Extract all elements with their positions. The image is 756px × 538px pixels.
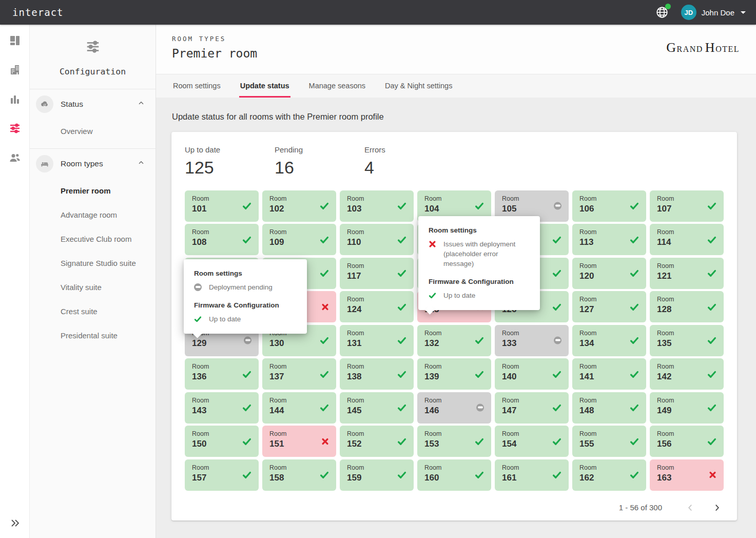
page-title: Premier room xyxy=(172,47,740,60)
bar-chart-icon xyxy=(9,93,21,105)
sidebar-item-overview[interactable]: Overview xyxy=(30,119,156,143)
room-tile-109[interactable]: Room 109 xyxy=(262,224,336,255)
check-icon xyxy=(320,268,329,278)
rail-configuration-button[interactable] xyxy=(6,120,24,137)
room-tile-161[interactable]: Room 161 xyxy=(495,459,569,491)
room-tile-149[interactable]: Room 149 xyxy=(650,392,724,424)
room-tile-102[interactable]: Room 102 xyxy=(262,190,336,222)
status-section-toggle[interactable]: Status xyxy=(30,89,156,119)
room-tile-159[interactable]: Room 159 xyxy=(340,459,414,491)
room-tile-147[interactable]: Room 147 xyxy=(495,392,569,424)
sidebar-item-presidental-suite[interactable]: Presidental suite xyxy=(30,323,156,348)
sidebar-item-vitality-suite[interactable]: Vitality suite xyxy=(30,275,156,299)
room-tile-145[interactable]: Room 145 xyxy=(340,392,414,424)
room-tile-110[interactable]: Room 110 xyxy=(340,224,414,255)
room-tile-134[interactable]: Room 134 xyxy=(572,325,646,356)
chevron-down-icon xyxy=(741,11,746,14)
language-globe-button[interactable] xyxy=(654,5,670,20)
room-tile-140[interactable]: Room 140 xyxy=(495,358,569,390)
check-icon xyxy=(630,302,639,312)
rail-dashboard-button[interactable] xyxy=(6,32,24,49)
room-tile-148[interactable]: Room 148 xyxy=(572,392,646,424)
room-tile-114[interactable]: Room 114 xyxy=(650,224,724,255)
room-tile-128[interactable]: Room 128 xyxy=(650,291,724,322)
check-icon xyxy=(552,470,561,479)
room-tile-132[interactable]: Room 132 xyxy=(417,325,491,356)
room-tile-139[interactable]: Room 139 xyxy=(417,358,491,390)
room-tile-143[interactable]: Room 143 xyxy=(185,392,259,424)
check-icon xyxy=(397,370,406,379)
room-tile-135[interactable]: Room 135 xyxy=(650,325,724,356)
bed-icon xyxy=(36,155,53,172)
stat-up-to-date: Up to date 125 xyxy=(185,145,275,178)
room-tile-163[interactable]: Room 163 xyxy=(650,459,724,491)
rail-property-button[interactable] xyxy=(6,61,24,79)
room-tile-157[interactable]: Room 157 xyxy=(185,459,259,491)
room-tile-146[interactable]: Room 146 xyxy=(417,392,491,424)
room-tile-155[interactable]: Room 155 xyxy=(572,426,646,457)
sidebar-item-advantage-room[interactable]: Advantage room xyxy=(30,203,156,227)
check-icon xyxy=(397,336,406,345)
rail-users-button[interactable] xyxy=(6,149,24,166)
room-tile-160[interactable]: Room 160 xyxy=(417,459,491,491)
room-tile-152[interactable]: Room 152 xyxy=(340,426,414,457)
sidebar-item-crest-suite[interactable]: Crest suite xyxy=(30,299,156,323)
sidebar-item-premier-room[interactable]: Premier room xyxy=(30,179,156,203)
room-tile-136[interactable]: Room 136 xyxy=(185,358,259,390)
room-tile-142[interactable]: Room 142 xyxy=(650,358,724,390)
tab-day-night-settings[interactable]: Day & Night settings xyxy=(384,74,453,98)
building-icon xyxy=(9,64,21,76)
error-x-icon xyxy=(709,471,716,479)
room-tile-138[interactable]: Room 138 xyxy=(340,358,414,390)
room-tile-141[interactable]: Room 141 xyxy=(572,358,646,390)
icon-rail xyxy=(0,25,30,538)
sidebar-item-signature-studio-suite[interactable]: Signature Studio suite xyxy=(30,251,156,275)
room-tile-150[interactable]: Room 150 xyxy=(185,426,259,457)
room-tile-124[interactable]: Room 124 xyxy=(340,291,414,322)
user-menu[interactable]: JD John Doe xyxy=(681,5,746,20)
sidebar-collapse-button[interactable] xyxy=(6,514,24,532)
room-tile-151[interactable]: Room 151 xyxy=(262,426,336,457)
check-icon xyxy=(397,470,406,479)
room-tile-154[interactable]: Room 154 xyxy=(495,426,569,457)
check-icon xyxy=(630,370,639,379)
room-tile-113[interactable]: Room 113 xyxy=(572,224,646,255)
dashboard-icon xyxy=(9,34,21,47)
room-tile-162[interactable]: Room 162 xyxy=(572,459,646,491)
room-tile-120[interactable]: Room 120 xyxy=(572,258,646,289)
sidebar-item-executive-club-room[interactable]: Executive Club room xyxy=(30,227,156,251)
app-logo[interactable]: interact xyxy=(12,7,64,18)
check-icon xyxy=(707,336,716,345)
double-chevron-right-icon xyxy=(9,517,21,529)
room-tile-158[interactable]: Room 158 xyxy=(262,459,336,491)
room-tile-101[interactable]: Room 101 xyxy=(185,190,259,222)
tab-manage-seasons[interactable]: Manage seasons xyxy=(308,74,366,98)
room-tile-121[interactable]: Room 121 xyxy=(650,258,724,289)
next-page-button[interactable] xyxy=(710,501,724,514)
stat-errors: Errors 4 xyxy=(364,145,454,178)
room-tile-103[interactable]: Room 103 xyxy=(340,190,414,222)
check-icon xyxy=(552,370,561,379)
room-tile-144[interactable]: Room 144 xyxy=(262,392,336,424)
check-icon xyxy=(630,403,639,412)
check-icon xyxy=(475,370,484,379)
room-tile-117[interactable]: Room 117 xyxy=(340,258,414,289)
breadcrumb-eyebrow: ROOM TYPES xyxy=(172,35,740,43)
room-tile-107[interactable]: Room 107 xyxy=(650,190,724,222)
room-tile-153[interactable]: Room 153 xyxy=(417,426,491,457)
tab-room-settings[interactable]: Room settings xyxy=(172,74,222,98)
room-tile-137[interactable]: Room 137 xyxy=(262,358,336,390)
room-types-section-toggle[interactable]: Room types xyxy=(30,149,156,179)
prev-page-button[interactable] xyxy=(684,501,697,514)
room-tile-106[interactable]: Room 106 xyxy=(572,190,646,222)
error-x-icon xyxy=(429,240,437,269)
room-status-tooltip-125: Room settings Issues with deployment (pl… xyxy=(418,216,540,310)
room-tile-131[interactable]: Room 131 xyxy=(340,325,414,356)
room-tile-108[interactable]: Room 108 xyxy=(185,224,259,255)
room-tile-133[interactable]: Room 133 xyxy=(495,325,569,356)
rail-analytics-button[interactable] xyxy=(6,90,24,108)
room-tile-156[interactable]: Room 156 xyxy=(650,426,724,457)
check-icon xyxy=(630,268,639,278)
tab-update-status[interactable]: Update status xyxy=(239,74,290,98)
room-tile-127[interactable]: Room 127 xyxy=(572,291,646,322)
